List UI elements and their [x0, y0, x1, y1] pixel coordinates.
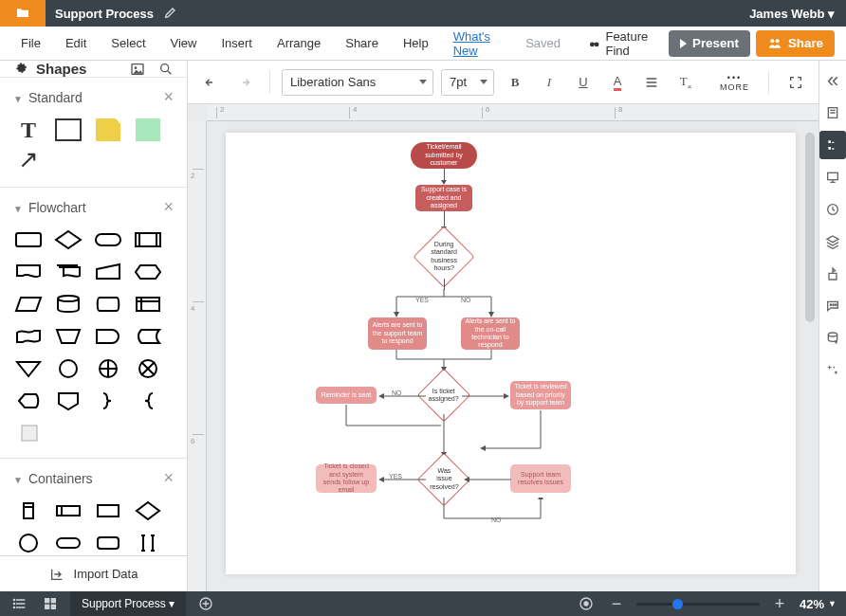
canvas[interactable]: 2 4 6 8 2 4 6 Ticket/email submitted by … [188, 104, 818, 591]
collapse-dock-button[interactable]: « [819, 66, 846, 95]
more-button[interactable]: ••• MORE [714, 73, 755, 92]
shape-document[interactable] [13, 261, 44, 283]
shape-merge[interactable] [13, 357, 44, 380]
menu-view[interactable]: View [161, 30, 207, 56]
close-icon[interactable]: × [163, 87, 174, 107]
shape-note[interactable] [93, 118, 123, 141]
zoom-thumb[interactable] [672, 599, 683, 609]
zoom-slider[interactable] [636, 603, 760, 606]
node-process-alert-oncall[interactable]: Alerts are sent to the on-call technicia… [461, 317, 520, 350]
shape-display[interactable] [13, 390, 44, 412]
textcolor-button[interactable]: A [604, 68, 631, 97]
shape-line-arrow[interactable]: ↗ [13, 151, 44, 173]
clearfmt-button[interactable]: T× [672, 68, 699, 97]
dock-presentation-button[interactable] [819, 163, 846, 191]
container-rect3[interactable] [93, 499, 123, 522]
menu-edit[interactable]: Edit [56, 30, 96, 56]
dock-notes-button[interactable] [819, 99, 846, 127]
menu-select[interactable]: Select [101, 30, 155, 56]
shape-terminator[interactable] [93, 228, 123, 251]
dock-data-button[interactable] [819, 324, 846, 353]
feature-find[interactable]: Feature Find [581, 26, 663, 62]
category-standard[interactable]: ▼Standard × [0, 78, 187, 113]
shape-stored[interactable] [133, 325, 163, 348]
navigator-button[interactable] [576, 593, 597, 614]
shape-papertape[interactable] [13, 325, 44, 348]
shape-multidoc[interactable] [53, 261, 83, 283]
align-button[interactable] [638, 68, 665, 97]
node-process-close[interactable]: Ticket is closed and system sends follow… [316, 464, 377, 493]
shape-hotspot[interactable] [133, 118, 163, 141]
dock-actions-button[interactable] [819, 260, 846, 288]
image-icon[interactable] [130, 62, 145, 77]
document-title[interactable]: Support Process [46, 7, 154, 21]
container-bracket1[interactable] [133, 532, 163, 554]
node-terminator-start[interactable]: Ticket/email submitted by customer [411, 142, 477, 169]
search-icon[interactable] [158, 62, 174, 77]
shape-internal[interactable] [133, 293, 163, 316]
dock-magic-button[interactable] [819, 356, 846, 385]
container-diamond[interactable] [133, 499, 163, 522]
dock-layers-button[interactable] [819, 227, 846, 256]
shape-note2[interactable] [13, 422, 44, 444]
zoom-out-button[interactable]: − [606, 593, 627, 614]
fontsize-select[interactable]: 7pt [441, 69, 494, 96]
shape-data[interactable] [13, 293, 44, 316]
shape-block[interactable] [53, 118, 83, 141]
shape-brace-l[interactable] [133, 390, 163, 412]
shape-text[interactable]: T [13, 118, 44, 141]
shape-manualop[interactable] [53, 325, 83, 348]
container-pill[interactable] [53, 532, 83, 554]
shape-input[interactable] [93, 261, 123, 283]
zoom-in-button[interactable]: + [769, 593, 790, 614]
menu-share[interactable]: Share [336, 30, 388, 56]
menu-insert[interactable]: Insert [212, 30, 262, 56]
underline-button[interactable]: U [570, 68, 597, 97]
present-button[interactable]: Present [669, 30, 750, 57]
category-flowchart[interactable]: ▼Flowchart × [0, 188, 187, 223]
node-process-reminder[interactable]: Reminder is sent [316, 387, 377, 404]
menu-whats-new[interactable]: What's New [444, 24, 510, 63]
shape-database[interactable] [53, 293, 83, 316]
shape-decision[interactable] [53, 228, 83, 251]
italic-button[interactable]: I [536, 68, 562, 97]
menu-file[interactable]: File [11, 30, 50, 56]
category-containers[interactable]: ▼Containers × [0, 459, 187, 494]
shape-connector[interactable] [53, 357, 83, 380]
shape-preparation[interactable] [133, 261, 163, 283]
node-process-createcase[interactable]: Support case is created and assigned [415, 185, 472, 211]
scrollbar-vertical[interactable] [805, 133, 815, 322]
zoom-display[interactable]: 42%▼ [800, 597, 837, 611]
gear-icon[interactable] [13, 62, 28, 77]
shape-brace-r[interactable] [93, 390, 123, 412]
close-icon[interactable]: × [163, 197, 174, 217]
user-menu[interactable]: James Webb ▾ [749, 7, 846, 21]
shape-process[interactable] [13, 228, 44, 251]
container-rect1[interactable] [13, 499, 44, 522]
container-rect2[interactable] [53, 499, 83, 522]
dock-comments-button[interactable] [819, 131, 846, 159]
fullscreen-button[interactable] [782, 68, 809, 97]
page[interactable]: Ticket/email submitted by customer Suppo… [226, 133, 796, 574]
shape-or[interactable] [93, 357, 123, 380]
dock-history-button[interactable] [819, 195, 846, 224]
menu-help[interactable]: Help [394, 30, 438, 56]
node-process-resolve[interactable]: Support team resolves issues [510, 464, 571, 493]
bold-button[interactable]: B [502, 68, 528, 97]
shape-sum[interactable] [133, 357, 163, 380]
menu-arrange[interactable]: Arrange [267, 30, 330, 56]
shape-offpage[interactable] [53, 390, 83, 412]
shape-delay[interactable] [93, 325, 123, 348]
undo-button[interactable] [197, 68, 224, 97]
container-rrect[interactable] [93, 532, 123, 554]
redo-button[interactable] [231, 68, 258, 97]
font-select[interactable]: Liberation Sans [282, 69, 433, 96]
import-data-button[interactable]: Import Data [0, 555, 187, 591]
share-button[interactable]: Share [756, 30, 835, 57]
shape-directdata[interactable] [93, 293, 123, 316]
shape-predefined[interactable] [133, 228, 163, 251]
close-icon[interactable]: × [163, 468, 174, 488]
rename-icon[interactable] [154, 5, 178, 23]
node-process-alert-support[interactable]: Alerts are sent to the support team to r… [368, 317, 427, 350]
container-circle[interactable] [13, 532, 44, 554]
